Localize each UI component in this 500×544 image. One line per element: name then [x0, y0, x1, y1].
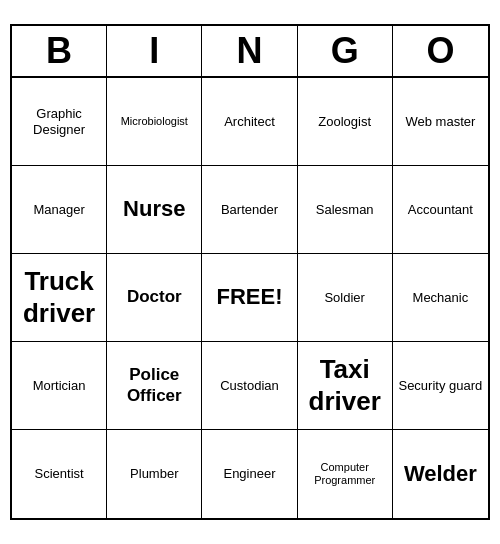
bingo-cell: Engineer: [202, 430, 297, 518]
bingo-cell: Zoologist: [298, 78, 393, 166]
bingo-cell: FREE!: [202, 254, 297, 342]
bingo-cell: Soldier: [298, 254, 393, 342]
bingo-cell: Security guard: [393, 342, 488, 430]
header-letter: G: [298, 26, 393, 76]
bingo-cell: Bartender: [202, 166, 297, 254]
bingo-cell: Custodian: [202, 342, 297, 430]
bingo-cell: Welder: [393, 430, 488, 518]
bingo-cell: Truck driver: [12, 254, 107, 342]
bingo-cell: Mechanic: [393, 254, 488, 342]
bingo-cell: Scientist: [12, 430, 107, 518]
bingo-cell: Doctor: [107, 254, 202, 342]
bingo-card: BINGO Graphic DesignerMicrobiologistArch…: [10, 24, 490, 520]
bingo-cell: Nurse: [107, 166, 202, 254]
bingo-grid: Graphic DesignerMicrobiologistArchitectZ…: [12, 78, 488, 518]
bingo-cell: Microbiologist: [107, 78, 202, 166]
bingo-cell: Salesman: [298, 166, 393, 254]
bingo-cell: Plumber: [107, 430, 202, 518]
bingo-cell: Graphic Designer: [12, 78, 107, 166]
bingo-cell: Manager: [12, 166, 107, 254]
bingo-cell: Accountant: [393, 166, 488, 254]
bingo-cell: Computer Programmer: [298, 430, 393, 518]
bingo-cell: Architect: [202, 78, 297, 166]
bingo-cell: Mortician: [12, 342, 107, 430]
bingo-cell: Taxi driver: [298, 342, 393, 430]
bingo-cell: Web master: [393, 78, 488, 166]
bingo-cell: Police Officer: [107, 342, 202, 430]
bingo-header: BINGO: [12, 26, 488, 78]
header-letter: I: [107, 26, 202, 76]
header-letter: N: [202, 26, 297, 76]
header-letter: O: [393, 26, 488, 76]
header-letter: B: [12, 26, 107, 76]
